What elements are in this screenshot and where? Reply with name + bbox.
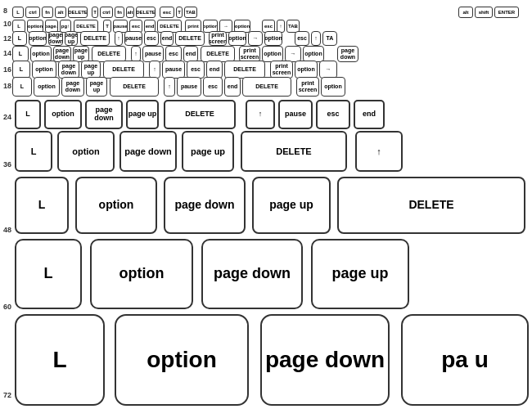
key-row16-6[interactable]: pause <box>162 61 185 79</box>
key-row12-10[interactable]: print screen <box>209 31 227 46</box>
key-row14-1[interactable]: option <box>30 46 52 62</box>
key-row12-13[interactable]: option <box>264 31 282 46</box>
key-row18-3[interactable]: page up <box>86 77 107 97</box>
key-row18-5[interactable]: ↑ <box>164 77 175 97</box>
key-row60-2[interactable]: page down <box>201 239 303 309</box>
key-row12-15[interactable]: ↑ <box>311 31 321 46</box>
key-row14-10[interactable]: print screen <box>239 46 260 62</box>
key-row8-4[interactable]: DELETE <box>68 7 88 18</box>
key-row14-7[interactable]: esc <box>165 46 182 62</box>
key-row16-8[interactable]: end <box>206 61 223 79</box>
key-row48-1[interactable]: option <box>75 177 157 234</box>
key-row24-3[interactable]: page up <box>126 100 159 129</box>
key-row48-3[interactable]: page up <box>252 177 331 234</box>
key-row14-9[interactable]: DELETE <box>201 46 235 62</box>
key-row18-11[interactable]: option <box>321 77 345 97</box>
key-row8-3[interactable]: alt <box>55 7 66 18</box>
key-row16-0[interactable]: L <box>12 61 30 79</box>
key-row12-5[interactable]: ↑ <box>115 31 123 46</box>
key-row18-2[interactable]: page down <box>61 77 84 97</box>
key-row36-2[interactable]: page down <box>119 131 177 172</box>
key-row72-3[interactable]: pa u <box>401 314 529 406</box>
key-row24-6[interactable]: pause <box>278 100 313 129</box>
key-row12-1[interactable]: option <box>29 31 47 46</box>
key-row12-12[interactable]: → <box>248 31 263 46</box>
key-row8-10[interactable]: esc <box>160 7 174 18</box>
key-row12-8[interactable]: end <box>160 31 174 46</box>
key-row8-11[interactable]: T <box>176 7 183 18</box>
key-row14-6[interactable]: pause <box>142 46 164 62</box>
key-row36-1[interactable]: option <box>57 131 115 172</box>
key-row12-11[interactable]: option <box>228 31 246 46</box>
key-row14-4[interactable]: DELETE <box>92 46 126 62</box>
key-row16-2[interactable]: page down <box>58 61 79 79</box>
key-row18-8[interactable]: end <box>224 77 241 97</box>
key-row12-14[interactable]: esc <box>295 31 309 46</box>
key-row8-12[interactable]: TAB <box>184 7 197 18</box>
key-row12-16[interactable]: TA <box>322 31 337 46</box>
key-row18-9[interactable]: DELETE <box>242 77 291 97</box>
key-row16-7[interactable]: esc <box>187 61 205 79</box>
key-row8-9[interactable]: DELETE <box>136 7 156 18</box>
key-row16-12[interactable]: → <box>319 61 337 79</box>
key-row72-0[interactable]: L <box>15 314 105 406</box>
key-row14-5[interactable]: ↑ <box>131 46 141 62</box>
key-row36-3[interactable]: page up <box>182 131 234 172</box>
key-row72-2[interactable]: page down <box>260 314 390 406</box>
key-row8-14[interactable]: shift <box>475 7 493 18</box>
key-row16-5[interactable]: ↑ <box>149 61 160 79</box>
key-row8-5[interactable]: T <box>92 7 98 18</box>
key-row48-0[interactable]: L <box>15 177 69 234</box>
key-row14-8[interactable]: end <box>183 46 198 62</box>
key-row18-1[interactable]: option <box>34 77 60 97</box>
key-row24-8[interactable]: end <box>354 100 385 129</box>
key-row60-1[interactable]: option <box>90 239 193 309</box>
key-row8-6[interactable]: ctrl <box>100 7 113 18</box>
key-row12-6[interactable]: pause <box>124 31 142 46</box>
key-row36-5[interactable]: ↑ <box>355 131 403 172</box>
key-row24-1[interactable]: option <box>44 100 82 129</box>
key-row14-11[interactable]: option <box>262 46 283 62</box>
key-row48-2[interactable]: page down <box>164 177 246 234</box>
key-row14-0[interactable]: L <box>12 46 29 62</box>
key-row18-6[interactable]: pause <box>177 77 201 97</box>
key-row18-0[interactable]: L <box>12 77 32 97</box>
key-row12-9[interactable]: DELETE <box>175 31 205 46</box>
key-row14-2[interactable]: page down <box>53 46 71 62</box>
key-row48-4[interactable]: DELETE <box>337 177 525 234</box>
key-row8-8[interactable]: alt <box>126 7 134 18</box>
key-row18-10[interactable]: print screen <box>296 77 319 97</box>
key-row24-5[interactable]: ↑ <box>246 100 275 129</box>
key-row24-7[interactable]: esc <box>316 100 350 129</box>
key-row18-4[interactable]: DELETE <box>110 77 159 97</box>
key-row14-13[interactable]: option <box>303 46 324 62</box>
key-row8-7[interactable]: fn <box>115 7 124 18</box>
key-row72-1[interactable]: option <box>115 314 249 406</box>
key-row16-10[interactable]: print screen <box>270 61 293 79</box>
key-row24-4[interactable]: DELETE <box>164 100 236 129</box>
key-row8-2[interactable]: fn <box>42 7 53 18</box>
key-row18-7[interactable]: esc <box>203 77 223 97</box>
key-row12-0[interactable]: L <box>12 31 27 46</box>
key-row16-9[interactable]: DELETE <box>224 61 265 79</box>
key-row8-0[interactable]: L <box>12 7 24 18</box>
key-row60-3[interactable]: page up <box>311 239 409 309</box>
key-row14-14[interactable]: page down <box>337 46 358 62</box>
key-row36-4[interactable]: DELETE <box>241 131 347 172</box>
key-row24-0[interactable]: L <box>15 100 41 129</box>
key-row12-7[interactable]: esc <box>144 31 159 46</box>
key-row14-12[interactable]: → <box>285 46 301 62</box>
key-row24-2[interactable]: page down <box>85 100 123 129</box>
key-row14-3[interactable]: page up <box>73 46 89 62</box>
key-row16-11[interactable]: option <box>295 61 318 79</box>
key-row16-3[interactable]: page up <box>81 61 101 79</box>
key-row60-0[interactable]: L <box>15 239 82 309</box>
key-row12-3[interactable]: page up <box>65 31 78 46</box>
key-row36-0[interactable]: L <box>15 131 52 172</box>
key-row16-1[interactable]: option <box>32 61 56 79</box>
key-row16-4[interactable]: DELETE <box>103 61 144 79</box>
key-row8-15[interactable]: ENTER <box>494 7 519 18</box>
key-row12-2[interactable]: page down <box>48 31 63 46</box>
key-row12-4[interactable]: DELETE <box>80 31 110 46</box>
key-row8-1[interactable]: ctrl <box>25 7 40 18</box>
